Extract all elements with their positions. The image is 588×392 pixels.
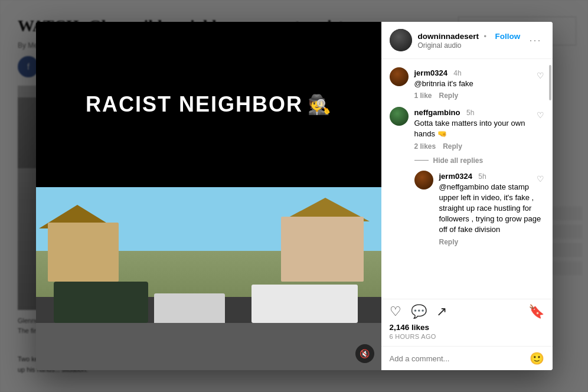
comment-heart-1[interactable]: ♡ [537, 71, 544, 80]
white-truck-2 [154, 293, 225, 326]
comment-body-3: jerm0324 5h @neffgambino date stamp uppe… [439, 171, 544, 246]
hide-replies-label: Hide all replies [433, 156, 484, 165]
comment-text-3: @neffgambino date stamp upper left in vi… [439, 182, 544, 236]
post-header: downinnadesert • Follow Original audio ·… [381, 22, 553, 59]
like-action-icon[interactable]: ♡ [390, 305, 401, 318]
post-time: 6 hours ago [390, 333, 544, 340]
comment-username-1[interactable]: jerm0324 [414, 68, 447, 77]
hide-replies-button[interactable]: Hide all replies [381, 154, 553, 167]
comment-avatar-1 [390, 67, 409, 86]
hide-replies-line [414, 160, 429, 161]
comment-time-1: 4h [453, 69, 461, 77]
media-panel: RACIST NEIGHBOR 🕵 🔇 [36, 22, 381, 370]
follow-button[interactable]: Follow [495, 32, 520, 41]
comment-username-3[interactable]: jerm0324 [439, 172, 472, 181]
audio-label: Original audio [418, 41, 527, 50]
emoji-button[interactable]: 🙂 [530, 351, 544, 365]
street-scene [36, 187, 381, 370]
share-action-icon[interactable]: ↗ [436, 305, 447, 318]
comment-item-2: neffgambino 5h Gotta take matters into y… [381, 103, 553, 153]
comment-actions-2: 2 likes Reply [414, 142, 544, 151]
comment-reply-btn-3[interactable]: Reply [439, 238, 459, 246]
comment-reply-btn-2[interactable]: Reply [443, 142, 462, 151]
poster-username[interactable]: downinnadesert [418, 32, 479, 41]
mute-icon: 🔇 [360, 349, 370, 358]
comment-username-2[interactable]: neffgambino [414, 108, 460, 117]
video-overlay-emoji: 🕵 [308, 93, 331, 116]
comment-actions-3: Reply [439, 238, 544, 246]
comments-panel: downinnadesert • Follow Original audio ·… [381, 22, 553, 370]
dot-separator: • [484, 32, 486, 41]
comment-item: jerm0324 4h @britnria it's fake 1 like R… [381, 64, 553, 103]
comment-reply-btn-1[interactable]: Reply [439, 92, 459, 100]
avatar-image [390, 29, 412, 51]
comment-text-1: @britnria it's fake [414, 79, 544, 89]
modal-overlay[interactable]: RACIST NEIGHBOR 🕵 🔇 [0, 0, 588, 392]
comment-input[interactable] [390, 354, 530, 363]
likes-count: 2,146 likes [390, 323, 544, 332]
video-overlay-text: RACIST NEIGHBOR [86, 92, 303, 117]
more-options-button[interactable]: ··· [527, 32, 544, 49]
bookmark-action-icon[interactable]: 🔖 [528, 304, 544, 319]
comment-likes-2: 2 likes [414, 142, 436, 151]
comment-text-2: Gotta take matters into your own hands 🤜 [414, 118, 544, 139]
comments-scroll-area[interactable]: jerm0324 4h @britnria it's fake 1 like R… [381, 59, 553, 299]
dark-truck [54, 282, 148, 323]
comment-time-2: 5h [466, 109, 474, 117]
house-left [48, 223, 119, 282]
video-bottom-section: 🔇 [36, 187, 381, 370]
comment-item-3: jerm0324 5h @neffgambino date stamp uppe… [381, 167, 553, 250]
poster-avatar [390, 29, 412, 51]
video-top-section: RACIST NEIGHBOR 🕵 [36, 22, 381, 187]
comment-actions-1: 1 like Reply [414, 92, 544, 100]
comment-heart-3[interactable]: ♡ [537, 174, 544, 184]
comment-body-1: jerm0324 4h @britnria it's fake 1 like R… [414, 67, 544, 100]
mute-button[interactable]: 🔇 [355, 344, 374, 363]
comment-likes-1: 1 like [414, 92, 432, 100]
white-truck [251, 285, 358, 323]
instagram-modal: RACIST NEIGHBOR 🕵 🔇 [36, 22, 553, 370]
comment-action-icon[interactable]: 💬 [411, 305, 427, 318]
comment-time-3: 5h [478, 172, 486, 181]
road [36, 323, 381, 370]
actions-bar: ♡ 💬 ↗ 🔖 2,146 likes 6 hours ago [381, 299, 553, 346]
username-block: downinnadesert • Follow Original audio [418, 31, 527, 50]
comment-avatar-2 [390, 107, 409, 126]
comment-heart-2[interactable]: ♡ [537, 110, 544, 120]
comment-body-2: neffgambino 5h Gotta take matters into y… [414, 107, 544, 150]
comment-avatar-3 [414, 171, 433, 190]
add-comment-row: 🙂 [381, 346, 553, 370]
action-icons-row: ♡ 💬 ↗ 🔖 [390, 304, 544, 319]
house-right [281, 217, 364, 282]
